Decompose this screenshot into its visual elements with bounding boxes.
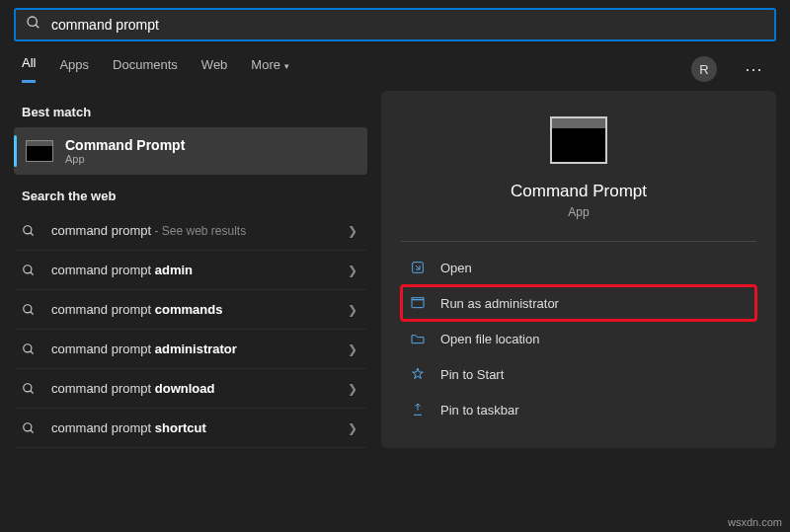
action-label: Pin to Start: [440, 367, 504, 382]
divider: [401, 241, 756, 242]
results-panel: Best match Command Prompt App Search the…: [14, 91, 367, 448]
svg-line-13: [31, 429, 34, 432]
svg-point-0: [28, 17, 37, 26]
tab-web[interactable]: Web: [201, 57, 228, 82]
action-open[interactable]: Open: [401, 250, 756, 285]
web-result-text: command prompt - See web results: [51, 223, 348, 238]
web-result-text: command prompt download: [51, 381, 348, 396]
web-result-1[interactable]: command prompt admin ❯: [14, 251, 367, 290]
search-icon: [26, 15, 41, 35]
tab-documents[interactable]: Documents: [113, 57, 178, 82]
svg-point-12: [24, 422, 32, 430]
filter-tabs: All Apps Documents Web More▾ R ⋯: [0, 41, 790, 83]
chevron-right-icon: ❯: [348, 224, 357, 238]
tab-apps[interactable]: Apps: [59, 57, 89, 82]
chevron-right-icon: ❯: [348, 382, 357, 396]
chevron-right-icon: ❯: [348, 303, 357, 317]
web-result-text: command prompt shortcut: [51, 420, 348, 435]
svg-line-5: [31, 271, 34, 274]
action-label: Pin to taskbar: [440, 403, 519, 418]
web-result-3[interactable]: command prompt administrator ❯: [14, 330, 367, 369]
svg-point-6: [24, 304, 32, 312]
svg-point-8: [24, 343, 32, 351]
preview-app-icon: [550, 116, 607, 164]
svg-line-1: [36, 25, 39, 28]
preview-title: Command Prompt: [511, 182, 647, 201]
chevron-right-icon: ❯: [348, 342, 357, 356]
action-pin-to-start[interactable]: Pin to Start: [401, 356, 756, 392]
svg-line-11: [31, 390, 34, 393]
svg-point-10: [24, 383, 32, 391]
web-result-0[interactable]: command prompt - See web results ❯: [14, 211, 367, 251]
action-run-as-administrator[interactable]: Run as administrator: [401, 285, 756, 321]
search-icon: [22, 224, 38, 238]
web-result-4[interactable]: command prompt download ❯: [14, 369, 367, 409]
action-label: Open: [440, 261, 472, 275]
command-prompt-icon: [26, 140, 53, 162]
watermark: wsxdn.com: [728, 516, 782, 528]
folder-icon: [409, 331, 427, 346]
best-match-subtitle: App: [65, 153, 185, 165]
best-match-title: Command Prompt: [65, 137, 185, 153]
avatar[interactable]: R: [691, 56, 717, 82]
pin-start-icon: [409, 366, 427, 382]
web-result-text: command prompt commands: [51, 302, 348, 317]
best-match-result[interactable]: Command Prompt App: [14, 127, 367, 175]
chevron-right-icon: ❯: [348, 264, 357, 277]
web-result-text: command prompt admin: [51, 263, 348, 277]
search-web-label: Search the web: [22, 189, 367, 203]
tab-more[interactable]: More▾: [251, 57, 289, 82]
chevron-right-icon: ❯: [348, 421, 357, 435]
open-icon: [409, 260, 427, 275]
svg-line-9: [31, 350, 34, 353]
search-input[interactable]: [51, 17, 764, 33]
svg-line-3: [31, 232, 34, 235]
search-icon: [22, 342, 38, 356]
web-result-text: command prompt administrator: [51, 342, 348, 356]
web-result-5[interactable]: command prompt shortcut ❯: [14, 409, 367, 448]
svg-rect-15: [412, 300, 424, 308]
action-label: Run as administrator: [440, 296, 559, 311]
search-icon: [22, 382, 38, 396]
preview-panel: Command Prompt App OpenRun as administra…: [381, 91, 776, 448]
search-icon: [22, 303, 38, 317]
pin-taskbar-icon: [409, 402, 427, 418]
svg-point-2: [24, 225, 32, 233]
svg-rect-16: [412, 298, 424, 300]
search-icon: [22, 264, 38, 277]
admin-icon: [409, 295, 427, 311]
action-open-file-location[interactable]: Open file location: [401, 321, 756, 356]
svg-line-7: [31, 311, 34, 314]
action-pin-to-taskbar[interactable]: Pin to taskbar: [401, 392, 756, 427]
tab-all[interactable]: All: [22, 55, 36, 83]
preview-subtitle: App: [568, 205, 589, 219]
chevron-down-icon: ▾: [284, 61, 289, 71]
svg-point-4: [24, 265, 32, 272]
web-result-2[interactable]: command prompt commands ❯: [14, 290, 367, 330]
search-icon: [22, 421, 38, 435]
search-bar[interactable]: [14, 8, 776, 41]
action-label: Open file location: [440, 332, 539, 346]
more-options-button[interactable]: ⋯: [741, 58, 768, 80]
best-match-label: Best match: [22, 105, 367, 119]
